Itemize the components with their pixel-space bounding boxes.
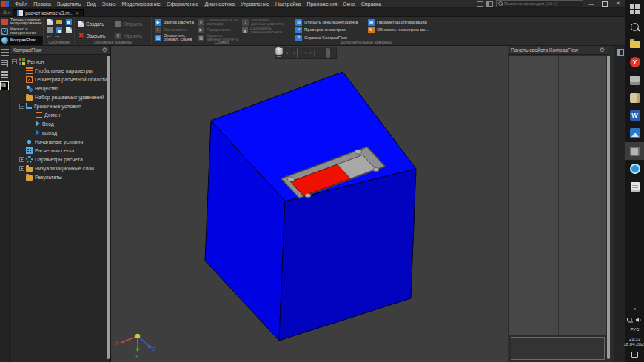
export-icon[interactable]	[56, 27, 62, 33]
open-monitoring-button[interactable]: ▥ Открыть окно мониторинга	[295, 19, 363, 27]
mode-kompasflow[interactable]: KompasFlow	[0, 36, 43, 45]
open-folder-icon[interactable]	[56, 20, 62, 24]
wireframe-display-button[interactable]: ▾	[299, 48, 303, 58]
grid-column-divider[interactable]	[558, 56, 559, 335]
tree-item-results[interactable]: Результаты	[10, 172, 110, 181]
chevron-down-icon[interactable]: ▾	[286, 51, 288, 55]
action-center-icon[interactable]	[631, 352, 638, 358]
new-document-icon[interactable]	[47, 19, 53, 25]
menu-view[interactable]: Вид	[84, 1, 99, 7]
menu-edit[interactable]: Правка	[30, 1, 54, 7]
menu-layout[interactable]: Оформление	[164, 1, 201, 7]
tree-item-initial-conditions[interactable]: Начальные условия	[10, 137, 110, 146]
home-button[interactable]: ⌂ ▾	[0, 8, 13, 16]
update-geometry-button[interactable]: ↻ Обновить геометрию мо...	[368, 27, 432, 35]
tree-item-domain-geometry[interactable]: Геометрия расчетной области	[10, 75, 110, 84]
menu-management[interactable]: Управление	[238, 1, 272, 7]
model-tree-tab-icon[interactable]	[1, 49, 9, 56]
chevron-down-icon[interactable]: ▾	[327, 51, 329, 55]
start-button[interactable]	[625, 0, 644, 18]
tab-close-icon[interactable]: ✕	[76, 10, 79, 16]
tree-item-visualization-layers[interactable]: + Визуализационные слои	[10, 164, 110, 172]
viewport-3d[interactable]: X Y Z ▾ ▾ ▾ ▾ ▾ ▾	[111, 46, 508, 362]
kompas3d-button-active[interactable]	[625, 142, 644, 160]
expander-icon[interactable]: +	[19, 157, 24, 162]
create-button[interactable]: Создать	[78, 19, 112, 30]
notepad-button[interactable]	[625, 178, 644, 195]
expander-icon[interactable]: +	[19, 166, 24, 171]
tree-item-boundary-conditions[interactable]: − Граничные условия	[10, 101, 110, 110]
kompasflow-tab-icon[interactable]	[1, 82, 8, 90]
word-button[interactable]: W	[625, 107, 644, 124]
mode-wireframe-surfaces[interactable]: Каркас и поверхности	[0, 27, 43, 36]
menu-select[interactable]: Выделить	[54, 1, 84, 7]
hidden-icons-chevron[interactable]: ‹	[634, 306, 636, 312]
rotate-button[interactable]: ▾	[292, 48, 295, 58]
fit-all-button[interactable]	[317, 48, 318, 58]
filter-button[interactable]: ▾	[326, 48, 329, 58]
image-button[interactable]: ▾	[308, 48, 312, 58]
tree-item-domain[interactable]: Домен	[10, 110, 110, 119]
properties-grid[interactable]	[509, 56, 606, 335]
tree-item-inlet[interactable]: Вход	[10, 119, 110, 128]
tree-scrollbar[interactable]	[107, 56, 110, 359]
expander-icon[interactable]: −	[19, 104, 24, 109]
print-icon[interactable]	[47, 27, 53, 33]
network-icon[interactable]	[627, 317, 634, 323]
run-calculation-button[interactable]: ▶ Запуск расчета	[155, 19, 195, 27]
clock[interactable]: 21:33 18.04.2025	[623, 337, 644, 347]
properties-scrollbar[interactable]	[607, 56, 610, 359]
check-geometry-button[interactable]: ✔ Проверка геометрии	[295, 27, 363, 35]
gear-icon[interactable]: ⚙	[600, 47, 605, 53]
chevron-down-icon[interactable]: ▾	[309, 51, 311, 55]
parameters-tab-icon[interactable]	[1, 60, 8, 67]
expander-icon[interactable]: −	[12, 59, 17, 64]
zoom-button[interactable]: ▾	[285, 48, 289, 58]
layers-view-button[interactable]	[323, 48, 325, 58]
tree-item-mesh[interactable]: Расчетная сетка	[10, 146, 110, 155]
menu-settings[interactable]: Настройка	[272, 1, 303, 7]
list-tab-icon[interactable]	[1, 71, 8, 78]
chevron-down-icon[interactable]: ▾	[305, 51, 306, 55]
menu-sketch[interactable]: Эскиз	[99, 1, 119, 7]
language-indicator[interactable]: РУС	[630, 327, 639, 332]
tree-item-region[interactable]: − Регион	[10, 57, 110, 66]
lcs-button[interactable]	[283, 48, 284, 58]
taskbar-search-button[interactable]	[625, 18, 644, 36]
restore-button[interactable]	[600, 1, 610, 7]
file-explorer-button[interactable]	[625, 36, 644, 53]
optimization-params-button[interactable]: ▦ Параметры оптимизации	[368, 19, 432, 27]
link-button[interactable]: ▾	[303, 48, 307, 58]
gear-icon[interactable]: ⚙	[102, 47, 107, 53]
minimize-button[interactable]: —	[586, 1, 597, 7]
chevron-down-icon[interactable]: ▾	[293, 51, 295, 55]
single-window-icon[interactable]	[477, 1, 483, 7]
properties-icon[interactable]	[66, 27, 72, 33]
tree-item-outlet[interactable]: выход	[10, 128, 110, 137]
tree-item-equations[interactable]: Набор решаемых уравнений	[10, 93, 110, 101]
properties-panel-tab-icon[interactable]	[617, 49, 624, 56]
volume-icon[interactable]	[635, 317, 643, 323]
tree-item-global-params[interactable]: Глобальные параметры	[10, 66, 110, 75]
photos-button[interactable]	[625, 124, 644, 142]
redo-icon[interactable]: ↪	[55, 34, 60, 40]
tree-item-calc-params[interactable]: + Параметры расчета	[10, 155, 110, 164]
view-preset-button[interactable]	[319, 48, 321, 58]
undo-icon[interactable]: ↩	[47, 34, 52, 40]
app-shortcut-button[interactable]	[625, 71, 644, 89]
menu-file[interactable]: Файл	[12, 1, 30, 7]
menu-modeling[interactable]: Моделирование	[119, 1, 164, 7]
save-icon[interactable]	[66, 19, 72, 25]
section-view-button[interactable]	[321, 48, 323, 58]
close-window-button[interactable]: ✕	[613, 1, 623, 7]
mode-solid-modeling[interactable]: Твердотельное моделирование	[0, 17, 43, 27]
split-window-icon[interactable]	[486, 1, 493, 7]
tree-item-substance[interactable]: Вещество	[10, 84, 110, 93]
pan-button[interactable]	[289, 48, 291, 58]
app-shortcut-button[interactable]	[625, 160, 644, 178]
menu-help[interactable]: Справка	[358, 1, 384, 7]
document-tab[interactable]: расчет компас v3.m... ✕	[13, 9, 84, 16]
shaded-display-button[interactable]	[297, 48, 298, 58]
menu-window[interactable]: Окно	[340, 1, 358, 7]
menu-diagnostics[interactable]: Диагностика	[201, 1, 238, 7]
